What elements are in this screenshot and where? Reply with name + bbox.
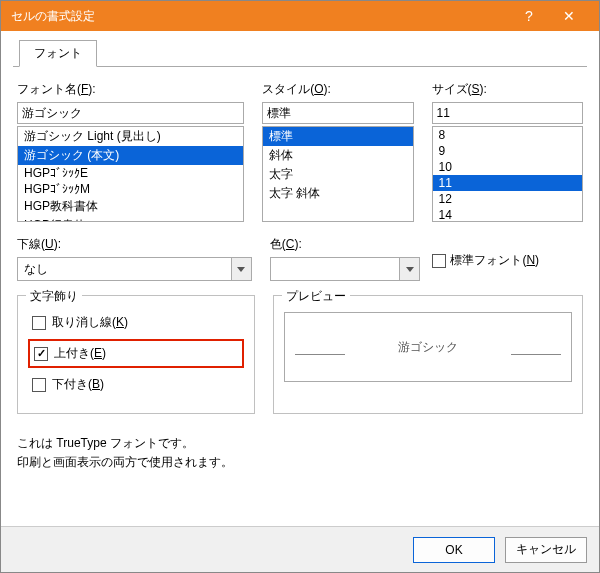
- preview-box: 游ゴシック: [284, 312, 572, 382]
- chevron-down-icon: [399, 258, 419, 280]
- superscript-highlight: 上付き(E): [28, 339, 244, 368]
- superscript-checkbox[interactable]: [34, 347, 48, 361]
- subscript-label: 下付き(B): [52, 376, 104, 393]
- close-button[interactable]: ✕: [549, 1, 589, 31]
- strikethrough-checkbox[interactable]: [32, 316, 46, 330]
- style-label: スタイル(O):: [262, 81, 413, 98]
- style-input[interactable]: [262, 102, 413, 124]
- superscript-label: 上付き(E): [54, 345, 106, 362]
- subscript-checkbox[interactable]: [32, 378, 46, 392]
- help-button[interactable]: ?: [509, 1, 549, 31]
- format-cells-dialog: セルの書式設定 ? ✕ フォント フォント名(F): 游ゴシック Light (…: [0, 0, 600, 573]
- list-item[interactable]: 太字: [263, 165, 412, 184]
- dialog-footer: OK キャンセル: [1, 526, 599, 572]
- tab-bar: フォント: [13, 39, 587, 67]
- cancel-button[interactable]: キャンセル: [505, 537, 587, 563]
- size-label: サイズ(S):: [432, 81, 583, 98]
- preview-title: プレビュー: [282, 288, 350, 305]
- ok-button[interactable]: OK: [413, 537, 495, 563]
- size-input[interactable]: [432, 102, 583, 124]
- standard-font-checkbox[interactable]: [432, 254, 446, 268]
- font-name-label: フォント名(F):: [17, 81, 244, 98]
- list-item[interactable]: 10: [433, 159, 582, 175]
- list-item[interactable]: HGPｺﾞｼｯｸM: [18, 181, 243, 197]
- list-item[interactable]: HGPｺﾞｼｯｸE: [18, 165, 243, 181]
- tab-font[interactable]: フォント: [19, 40, 97, 67]
- list-item[interactable]: 標準: [263, 127, 412, 146]
- preview-sample: 游ゴシック: [398, 339, 458, 356]
- preview-group: プレビュー 游ゴシック: [273, 295, 583, 414]
- list-item[interactable]: HGP行書体: [18, 216, 243, 222]
- font-name-input[interactable]: [17, 102, 244, 124]
- list-item[interactable]: 11: [433, 175, 582, 191]
- list-item[interactable]: 游ゴシック (本文): [18, 146, 243, 165]
- list-item[interactable]: 9: [433, 143, 582, 159]
- list-item[interactable]: 斜体: [263, 146, 412, 165]
- list-item[interactable]: 太字 斜体: [263, 184, 412, 203]
- style-list[interactable]: 標準斜体太字太字 斜体: [262, 126, 413, 222]
- underline-value: なし: [18, 261, 231, 278]
- font-info: これは TrueType フォントです。 印刷と画面表示の両方で使用されます。: [17, 434, 583, 472]
- underline-label: 下線(U):: [17, 236, 252, 253]
- underline-combo[interactable]: なし: [17, 257, 252, 281]
- size-list[interactable]: 8910111214: [432, 126, 583, 222]
- list-item[interactable]: 8: [433, 127, 582, 143]
- list-item[interactable]: 12: [433, 191, 582, 207]
- tab-content: フォント名(F): 游ゴシック Light (見出し)游ゴシック (本文)HGP…: [13, 67, 587, 518]
- list-item[interactable]: 游ゴシック Light (見出し): [18, 127, 243, 146]
- titlebar: セルの書式設定 ? ✕: [1, 1, 599, 31]
- color-combo[interactable]: [270, 257, 421, 281]
- standard-font-label: 標準フォント(N): [450, 252, 539, 269]
- font-name-list[interactable]: 游ゴシック Light (見出し)游ゴシック (本文)HGPｺﾞｼｯｸEHGPｺ…: [17, 126, 244, 222]
- list-item[interactable]: HGP教科書体: [18, 197, 243, 216]
- effects-title: 文字飾り: [26, 288, 82, 305]
- chevron-down-icon: [231, 258, 251, 280]
- dialog-title: セルの書式設定: [11, 8, 95, 25]
- dialog-body: フォント フォント名(F): 游ゴシック Light (見出し)游ゴシック (本…: [1, 31, 599, 526]
- list-item[interactable]: 14: [433, 207, 582, 222]
- strikethrough-label: 取り消し線(K): [52, 314, 128, 331]
- effects-group: 文字飾り 取り消し線(K) 上付き(E): [17, 295, 255, 414]
- color-label: 色(C):: [270, 236, 421, 253]
